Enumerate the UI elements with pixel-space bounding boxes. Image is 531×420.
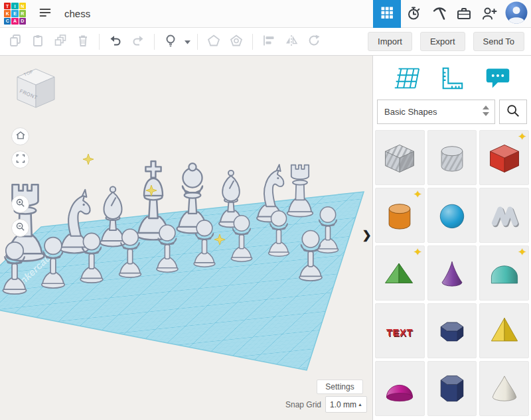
account-avatar[interactable] [502, 0, 531, 28]
shape-roof[interactable]: ✦ [375, 245, 425, 301]
panel-tools [373, 56, 531, 97]
group-button[interactable] [202, 31, 225, 53]
copy-button[interactable] [4, 31, 27, 53]
sparkle-icon [83, 154, 94, 165]
shapes-panel: Basic Shapes ✦✦✦✦TEXTTEXT [372, 56, 531, 420]
logo-letter: D [19, 18, 26, 25]
workplane-tool-button[interactable] [388, 64, 424, 94]
notes-icon [485, 66, 511, 92]
select-caret-icon [483, 105, 489, 118]
shape-text[interactable]: TEXTTEXT [375, 303, 425, 358]
copy-icon [8, 33, 23, 50]
mirror-button[interactable] [280, 31, 303, 53]
zoom-out-button[interactable] [11, 219, 29, 237]
home-view-button[interactable] [11, 127, 29, 145]
align-button[interactable] [258, 31, 280, 53]
shape-hole-cylinder[interactable] [427, 130, 477, 185]
shape-paraboloid[interactable] [479, 361, 529, 416]
tinkercad-logo[interactable]: TINKERCAD [4, 3, 26, 25]
fit-view-button[interactable] [11, 151, 29, 169]
view-cube[interactable]: TOP FRONT [8, 61, 61, 113]
shape-hex-prism[interactable] [427, 361, 477, 416]
shape-half-sphere[interactable] [375, 361, 425, 416]
design-grid-icon [380, 5, 394, 22]
show-all-button[interactable] [159, 31, 182, 53]
stopwatch-icon [406, 5, 421, 23]
notes-tool-button[interactable] [480, 64, 516, 94]
logo-letter: T [4, 3, 11, 9]
shape-box[interactable]: ✦ [479, 130, 529, 185]
shape-hole-box[interactable] [375, 130, 425, 185]
favorite-star-icon: ✦ [414, 246, 422, 258]
show-all-dropdown[interactable] [182, 31, 192, 53]
tinkercad-app: TINKERCAD chess [0, 0, 531, 420]
snap-grid-label: Snap Grid [268, 400, 321, 409]
design-title: chess [64, 8, 90, 19]
trash-icon [76, 33, 90, 50]
collaborate-button[interactable] [477, 0, 502, 28]
briefcase-button[interactable] [451, 0, 477, 28]
settings-button[interactable]: Settings [317, 380, 363, 394]
snap-grid-value: 1.0 mm [330, 400, 356, 409]
ruler-tool-button[interactable] [434, 64, 470, 94]
home-icon [15, 129, 27, 143]
redo-button[interactable] [127, 31, 149, 53]
pentagon-icon [206, 33, 221, 50]
toolbar-divider [252, 34, 253, 50]
toolbar-divider [197, 34, 198, 50]
zoom-in-icon [15, 197, 27, 211]
shape-category-value: Basic Shapes [384, 107, 437, 117]
panel-collapse-handle[interactable]: ❯ [361, 223, 372, 247]
rotate-button[interactable] [303, 31, 325, 53]
briefcase-icon [456, 5, 472, 23]
toolbar-actions: Import Export Send To [368, 32, 524, 51]
dropdown-caret-icon [185, 36, 190, 46]
pickaxe-button[interactable] [426, 0, 451, 28]
snap-grid-select[interactable]: 1.0 mm ▲ [325, 396, 367, 413]
paste-button[interactable] [27, 31, 49, 53]
shape-pyramid[interactable] [479, 303, 529, 358]
shape-cylinder[interactable]: ✦ [375, 188, 425, 243]
undo-icon [108, 33, 123, 50]
ungroup-button[interactable] [225, 31, 248, 53]
shape-category-select[interactable]: Basic Shapes [377, 100, 495, 124]
export-button[interactable]: Export [420, 32, 465, 51]
pentagon-hole-icon [229, 33, 244, 50]
workplane-icon [392, 66, 421, 92]
shape-sphere[interactable] [427, 188, 477, 243]
duplicate-button[interactable] [49, 31, 72, 53]
app-header: TINKERCAD chess [0, 0, 531, 28]
chess-piece-rook[interactable] [287, 165, 313, 217]
design-menu-button[interactable] [33, 0, 58, 28]
duplicate-icon [53, 33, 68, 50]
favorite-star-icon: ✦ [518, 131, 526, 143]
undo-button[interactable] [104, 31, 127, 53]
shape-scribble[interactable] [479, 188, 529, 243]
send-to-button[interactable]: Send To [473, 32, 524, 51]
favorite-star-icon: ✦ [414, 188, 422, 200]
logo-letter: I [11, 3, 18, 9]
shape-round-roof[interactable]: ✦ [479, 245, 529, 301]
avatar-icon [505, 1, 528, 26]
delete-button[interactable] [72, 31, 94, 53]
zoom-in-button[interactable] [11, 195, 29, 213]
stopwatch-button[interactable] [401, 0, 426, 28]
viewport-3d[interactable]: Tinkercad TOP FRONT [0, 56, 372, 420]
pickaxe-icon [431, 5, 447, 23]
mirror-icon [284, 33, 299, 50]
shape-polygon[interactable] [427, 303, 477, 358]
shape-grid: ✦✦✦✦TEXTTEXT [375, 130, 529, 416]
shape-cone[interactable] [427, 245, 477, 301]
panel-search-row: Basic Shapes [373, 97, 531, 127]
search-button[interactable] [499, 100, 527, 124]
fit-view-icon [15, 153, 27, 167]
lightbulb-icon [163, 33, 178, 50]
align-icon [262, 33, 276, 50]
favorite-star-icon: ✦ [518, 246, 526, 258]
design-grid-button[interactable] [373, 0, 401, 28]
logo-letter: E [11, 10, 18, 17]
import-button[interactable]: Import [368, 32, 412, 51]
logo-letter: N [19, 3, 26, 9]
header-right-icons [373, 0, 531, 28]
zoom-out-icon [15, 221, 27, 235]
